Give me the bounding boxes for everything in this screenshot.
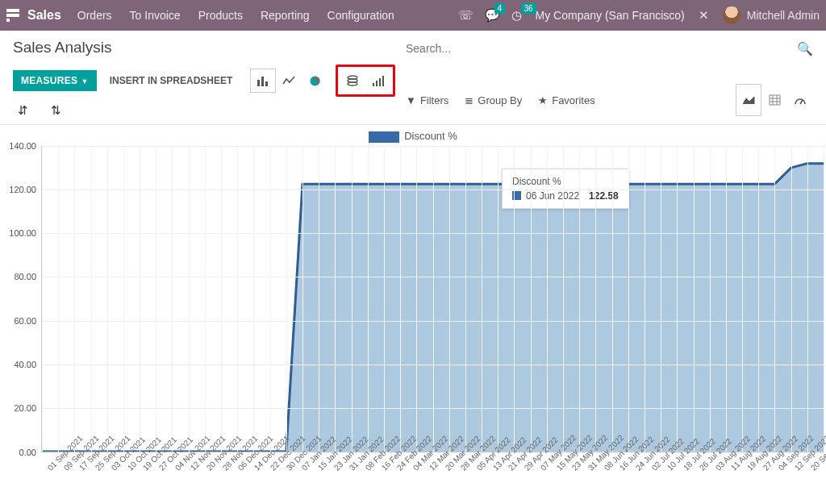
y-tick: 40.00 [14, 360, 36, 369]
nav-to-invoice[interactable]: To Invoice [130, 9, 181, 22]
chart-legend: Discount % [2, 128, 824, 146]
ascending-bars-icon[interactable] [365, 69, 391, 93]
chat-icon[interactable]: 💬4 [485, 8, 500, 23]
y-tick: 100.00 [9, 228, 36, 238]
view-chart[interactable] [736, 84, 761, 116]
phone-icon[interactable]: ☏ [458, 8, 473, 23]
sort-desc-icon[interactable]: ⇵ [18, 103, 28, 118]
svg-rect-7 [373, 83, 374, 86]
tooltip-series: Discount % [512, 176, 619, 187]
timer-icon[interactable]: ◷36 [511, 8, 522, 23]
star-icon: ★ [538, 94, 548, 106]
control-bar: Sales Analysis MEASURES▼ INSERT IN SPREA… [0, 31, 826, 118]
pie-chart-icon[interactable] [302, 69, 327, 93]
svg-rect-1 [261, 77, 264, 86]
user-menu[interactable]: Mitchell Admin [723, 6, 820, 24]
y-tick: 80.00 [14, 272, 36, 281]
view-pivot[interactable] [761, 84, 787, 116]
tooltip-date: 06 Jun 2022 [526, 190, 579, 202]
y-tick: 0.00 [19, 448, 36, 457]
svg-rect-8 [376, 81, 378, 86]
groupby-icon: ≣ [465, 94, 473, 106]
y-tick: 120.00 [9, 185, 36, 194]
legend-label: Discount % [404, 130, 457, 142]
avatar [723, 6, 740, 24]
chart-container: Discount % 0.0020.0040.0060.0080.00100.0… [0, 125, 826, 461]
svg-rect-9 [379, 78, 381, 86]
company-selector[interactable]: My Company (San Francisco) [536, 9, 685, 22]
x-axis: 01 Sep 202109 Sep 202117 Sep 202125 Sep … [41, 452, 824, 461]
view-dashboard[interactable] [787, 84, 813, 116]
x-tick: 01 Sep 2021 [46, 455, 64, 473]
svg-rect-10 [382, 76, 384, 86]
tools-icon[interactable]: ✕ [699, 8, 709, 23]
chart-tooltip: Discount % 06 Jun 2022 122.58 [502, 169, 629, 209]
apps-icon[interactable] [6, 9, 19, 22]
tooltip-value: 122.58 [589, 190, 619, 202]
nav-configuration[interactable]: Configuration [327, 9, 394, 22]
highlighted-options [336, 65, 395, 97]
brand[interactable]: Sales [27, 8, 61, 23]
stacked-icon[interactable] [340, 69, 365, 93]
line-chart-icon[interactable] [276, 69, 302, 93]
measures-button[interactable]: MEASURES▼ [13, 70, 97, 91]
chat-badge: 4 [494, 3, 506, 14]
nav-reporting[interactable]: Reporting [261, 9, 310, 22]
top-nav: Sales Orders To Invoice Products Reporti… [0, 0, 826, 31]
nav-orders[interactable]: Orders [77, 9, 112, 22]
bar-chart-icon[interactable] [250, 69, 276, 93]
svg-rect-0 [257, 80, 260, 86]
filter-icon: ▼ [406, 94, 416, 106]
filters-button[interactable]: ▼Filters [406, 94, 448, 106]
user-name: Mitchell Admin [747, 9, 820, 22]
y-axis: 0.0020.0040.0060.0080.00100.00120.00140.… [2, 146, 41, 452]
favorites-button[interactable]: ★Favorites [538, 94, 594, 106]
svg-point-6 [348, 82, 357, 85]
search-icon[interactable]: 🔍 [797, 41, 813, 56]
y-tick: 20.00 [14, 403, 36, 413]
y-tick: 140.00 [9, 141, 36, 151]
legend-swatch [369, 131, 399, 143]
sort-asc-icon[interactable]: ⇅ [51, 103, 61, 118]
search-input[interactable] [406, 39, 797, 58]
page-title: Sales Analysis [13, 39, 406, 56]
timer-badge: 36 [521, 3, 536, 14]
insert-spreadsheet-button[interactable]: INSERT IN SPREADSHEET [102, 70, 241, 91]
nav-products[interactable]: Products [198, 9, 243, 22]
svg-rect-11 [770, 95, 780, 105]
groupby-button[interactable]: ≣Group By [465, 94, 522, 106]
svg-line-16 [800, 100, 803, 104]
plot-area: Discount % 06 Jun 2022 122.58 [41, 146, 824, 452]
y-tick: 60.00 [14, 316, 36, 326]
svg-rect-2 [265, 81, 268, 86]
